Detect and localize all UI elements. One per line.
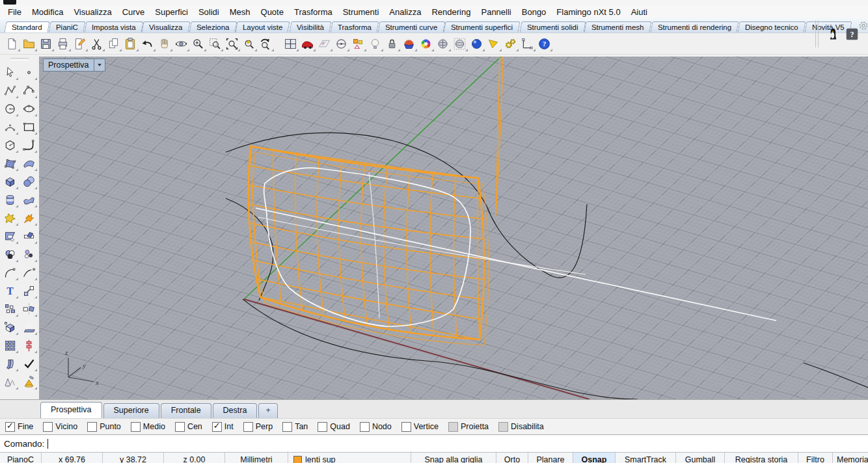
checkbox[interactable] xyxy=(131,422,141,432)
copy-button[interactable] xyxy=(105,35,122,52)
trim-button[interactable] xyxy=(1,228,18,245)
toolbar-tab-strumenti-di-rendering[interactable]: Strumenti di rendering xyxy=(650,21,739,33)
ghosted-display-button[interactable] xyxy=(451,35,468,52)
save-file-button[interactable] xyxy=(37,35,54,52)
osnap-toggle-cen[interactable]: Cen xyxy=(175,422,202,432)
perspective-viewport[interactable]: z y x Prospettiva xyxy=(39,57,868,399)
viewport-tab-prospettiva[interactable]: Prospettiva xyxy=(40,402,102,418)
toolbar-tab-seleziona[interactable]: Seleziona xyxy=(189,21,237,33)
white-construction-line[interactable] xyxy=(256,208,776,321)
menu-item-solidi[interactable]: Solidi xyxy=(193,7,224,17)
toolbar-tab-disegno-tecnico[interactable]: Disegno tecnico xyxy=(737,21,806,33)
status-pane-pianoc[interactable]: PianoC xyxy=(0,453,42,463)
extrude-button[interactable] xyxy=(1,319,18,336)
rectangle-button[interactable] xyxy=(20,118,37,135)
checkbox[interactable] xyxy=(401,422,411,432)
penguin-button[interactable] xyxy=(824,25,841,42)
menu-item-pannelli[interactable]: Pannelli xyxy=(476,7,516,17)
array-linear-button[interactable] xyxy=(20,337,37,354)
help-dark-button[interactable]: ? xyxy=(843,25,860,42)
array-button[interactable] xyxy=(1,337,18,354)
checkbox[interactable] xyxy=(498,422,508,432)
status-pane-x-69-76[interactable]: x 69.76 xyxy=(42,453,103,463)
render-preview-button[interactable] xyxy=(485,35,502,52)
status-pane-osnap[interactable]: Osnap xyxy=(573,453,616,463)
osnap-toggle-vertice[interactable]: Vertice xyxy=(401,422,439,432)
chevron-down-icon[interactable] xyxy=(94,59,105,72)
control-point-curve-button[interactable] xyxy=(20,82,37,99)
osnap-toggle-quad[interactable]: Quad xyxy=(318,422,350,432)
sphere-button[interactable] xyxy=(20,173,37,190)
toolbar-tab-strumenti-mesh[interactable]: Strumenti mesh xyxy=(584,21,652,33)
explode-button[interactable] xyxy=(20,209,37,226)
add-viewport-tab-button[interactable]: + xyxy=(258,403,277,418)
osnap-toggle-proietta[interactable]: Proietta xyxy=(448,422,489,432)
check-selection-button[interactable] xyxy=(20,355,37,372)
polygon-button[interactable] xyxy=(1,137,18,153)
options-button[interactable] xyxy=(502,35,519,52)
toolbar-tab-strumenti-superfici[interactable]: Strumenti superfici xyxy=(444,21,521,33)
status-pane-gumball[interactable]: Gumball xyxy=(676,453,725,463)
help-button[interactable]: ? xyxy=(536,35,552,52)
cut-button[interactable] xyxy=(88,35,105,52)
viewport-tab-frontale[interactable]: Frontale xyxy=(161,403,211,418)
toolbar-tab-trasforma[interactable]: Trasforma xyxy=(330,21,379,33)
ellipse-button[interactable] xyxy=(20,100,37,117)
status-pane-millimetri[interactable]: Millimetri xyxy=(225,453,288,463)
section-curves-black[interactable] xyxy=(226,133,868,399)
cplane-plan-button[interactable] xyxy=(316,35,332,52)
menu-item-strumenti[interactable]: Strumenti xyxy=(338,7,385,17)
osnap-toggle-tan[interactable]: Tan xyxy=(282,422,308,432)
surface-from-points-button[interactable] xyxy=(1,155,18,172)
print-button[interactable] xyxy=(54,35,71,52)
menu-item-trasforma[interactable]: Trasforma xyxy=(289,7,338,17)
object-properties-button[interactable] xyxy=(349,35,366,52)
select-button[interactable] xyxy=(1,64,18,81)
menu-item-aiuti[interactable]: Aiuti xyxy=(626,7,653,17)
pan-view-button[interactable] xyxy=(156,35,172,52)
box-button[interactable] xyxy=(1,173,18,190)
mirror-button[interactable] xyxy=(20,300,37,317)
command-line[interactable]: Comando: xyxy=(0,434,868,452)
viewport-tab-destra[interactable]: Destra xyxy=(213,403,258,418)
status-pane-z-0-00[interactable]: z 0.00 xyxy=(164,453,225,463)
polyline-button[interactable] xyxy=(1,82,18,99)
menu-item-mesh[interactable]: Mesh xyxy=(224,7,256,17)
status-pane-y-38-72[interactable]: y 38.72 xyxy=(103,453,164,463)
viewport-tab-superiore[interactable]: Superiore xyxy=(103,403,159,418)
menu-item-rendering[interactable]: Rendering xyxy=(426,7,476,17)
undo-button[interactable] xyxy=(139,35,156,52)
checkbox[interactable] xyxy=(318,422,327,432)
set-cplane-button[interactable] xyxy=(332,35,349,52)
checkbox[interactable] xyxy=(360,422,370,432)
toolbar-tab-standard[interactable]: Standard xyxy=(5,21,50,33)
menu-item-flamingo-nxt-5-0[interactable]: Flamingo nXt 5.0 xyxy=(551,7,625,17)
surface-patch-button[interactable] xyxy=(20,191,37,208)
status-pane-snap-alla-griglia[interactable]: Snap alla griglia xyxy=(411,453,496,463)
zoom-window-button[interactable] xyxy=(206,35,223,52)
point-button[interactable] xyxy=(20,64,37,81)
checkbox[interactable] xyxy=(43,422,53,432)
status-pane-registra-storia[interactable]: Registra storia xyxy=(725,453,798,463)
status-pane-memoria-fisica-disponibile-1572[interactable]: Memoria fisica disponibile: 1572 xyxy=(833,453,868,463)
checkbox[interactable] xyxy=(212,422,222,432)
osnap-toggle-fine[interactable]: Fine xyxy=(5,422,33,432)
osnap-toggle-disabilita[interactable]: Disabilita xyxy=(498,422,544,432)
paint-bucket-button[interactable] xyxy=(20,373,37,390)
checkbox[interactable] xyxy=(448,422,458,432)
toolbar-tab-visibilit[interactable]: Visibilità xyxy=(289,21,331,33)
status-pane-filtro[interactable]: Filtro xyxy=(798,453,833,463)
circle-button[interactable] xyxy=(1,100,18,117)
extend-curve-button[interactable] xyxy=(20,264,37,281)
surface-corner-button[interactable] xyxy=(20,155,37,172)
checkbox[interactable] xyxy=(243,422,253,432)
osnap-toggle-nodo[interactable]: Nodo xyxy=(360,422,392,432)
cylinder-button[interactable] xyxy=(1,191,18,208)
scene-canvas[interactable]: z y x xyxy=(39,57,868,399)
osnap-toggle-vicino[interactable]: Vicino xyxy=(43,422,77,432)
checkbox[interactable] xyxy=(5,422,15,432)
open-file-button[interactable] xyxy=(20,35,37,52)
checkbox[interactable] xyxy=(87,422,97,432)
rotate-view-button[interactable] xyxy=(172,35,189,52)
wireframe-display-button[interactable] xyxy=(434,35,451,52)
